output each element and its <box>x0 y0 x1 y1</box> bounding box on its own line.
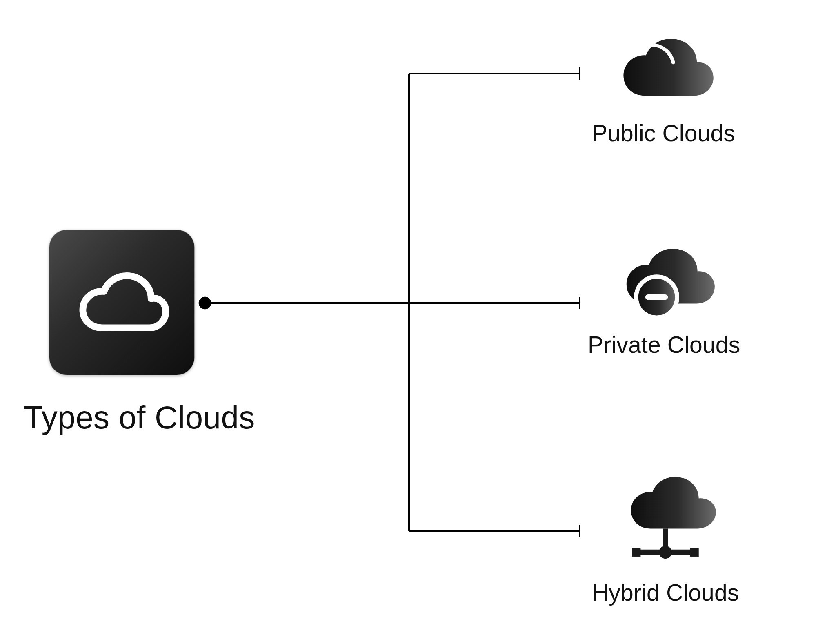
hybrid-cloud-label: Hybrid Clouds <box>592 579 739 606</box>
private-cloud-icon <box>605 236 723 324</box>
leaf-public: Public Clouds <box>592 25 735 147</box>
diagram-canvas: Types of Clouds Public Clouds Private Cl… <box>0 0 836 644</box>
private-cloud-label: Private Clouds <box>588 331 740 358</box>
root-title: Types of Clouds <box>24 399 255 436</box>
svg-point-13 <box>659 546 672 559</box>
public-cloud-icon <box>605 25 723 112</box>
svg-point-0 <box>199 297 211 309</box>
leaf-hybrid: Hybrid Clouds <box>592 466 739 606</box>
leaf-private: Private Clouds <box>588 236 740 358</box>
svg-rect-14 <box>632 548 641 557</box>
hybrid-cloud-icon <box>606 466 725 573</box>
root-node <box>49 230 195 375</box>
public-cloud-label: Public Clouds <box>592 120 735 147</box>
cloud-outline-icon <box>70 265 174 340</box>
svg-rect-15 <box>690 548 699 557</box>
